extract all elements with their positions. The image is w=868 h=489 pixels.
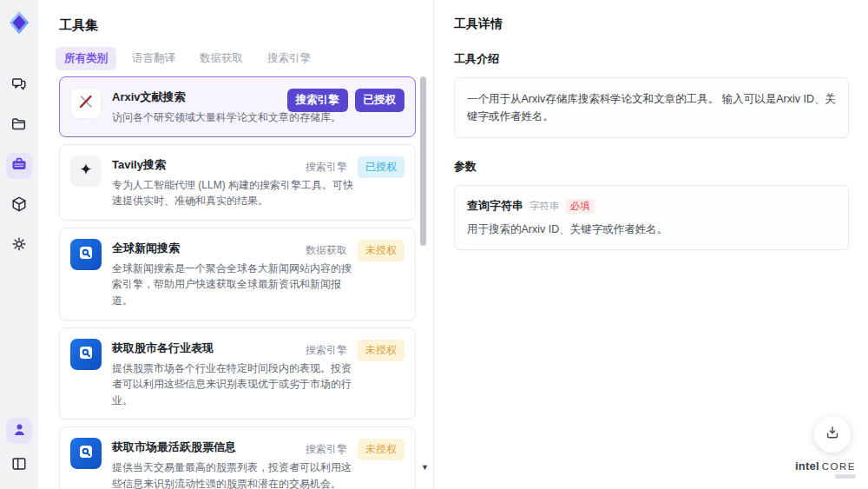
sidebar-bottom — [6, 418, 32, 479]
sidebar-nav — [6, 73, 32, 259]
sidebar — [0, 0, 38, 489]
tool-description: 提供股票市场各个行业在特定时间段内的表现。投资者可以利用这些信息来识别表现优于或… — [112, 360, 354, 409]
folder-icon — [10, 116, 28, 136]
tool-tile — [70, 239, 102, 270]
tool-description: 专为人工智能代理 (LLM) 构建的搜索引擎工具。可快速提供实时、准确和真实的结… — [112, 177, 354, 209]
param-description: 用于搜索的Arxiv ID、关键字或作者姓名。 — [467, 222, 836, 237]
intro-label: 工具介绍 — [454, 51, 849, 67]
tools-panel: 工具集 所有类别语言翻译数据获取搜索引擎 Arxiv文献搜索访问各个研究领域大量… — [38, 0, 434, 489]
tool-tile — [70, 155, 102, 187]
intel-core-logo: intel CORE — [795, 459, 856, 479]
app-logo-icon[interactable] — [5, 9, 33, 36]
params-label: 参数 — [454, 159, 849, 175]
tool-list: Arxiv文献搜索访问各个研究领域大量科学论文和文章的存储库。搜索引擎已授权Ta… — [59, 76, 416, 489]
tool-description: 提供当天交易量最高的股票列表，投资者可以利用这些信息来识别流动性强的股票和潜在的… — [112, 459, 354, 489]
status-badge: 已授权 — [358, 156, 404, 178]
panel-icon — [10, 455, 28, 476]
briefcase-icon — [10, 155, 28, 176]
search-blue-icon — [76, 243, 95, 266]
tool-card[interactable]: 获取市场最活跃股票信息提供当天交易量最高的股票列表，投资者可以利用这些信息来识别… — [59, 426, 416, 489]
tool-card[interactable]: Tavily搜索专为人工智能代理 (LLM) 构建的搜索引擎工具。可快速提供实时… — [59, 144, 416, 221]
tool-intro-text: 一个用于从Arxiv存储库搜索科学论文和文章的工具。 输入可以是Arxiv ID… — [454, 77, 849, 138]
tool-description: 全球新闻搜索是一个聚合全球各大新闻网站内容的搜索引擎，帮助用户快速获取全球最新资… — [112, 261, 354, 309]
sidebar-item-tools[interactable] — [6, 153, 32, 179]
param-type: 字符串 — [529, 200, 560, 213]
gear-icon — [10, 235, 28, 256]
category-tabs: 所有类别语言翻译数据获取搜索引擎 — [56, 47, 433, 70]
search-blue-icon — [76, 442, 95, 465]
detail-title: 工具详情 — [454, 17, 849, 32]
tool-tile — [70, 88, 102, 119]
tool-badges: 搜索引擎未授权 — [302, 340, 404, 361]
param-name: 查询字符串 — [467, 198, 523, 214]
param-head: 查询字符串字符串必填 — [467, 198, 836, 214]
tool-badges: 搜索引擎已授权 — [302, 156, 404, 178]
tool-card[interactable]: 获取股市各行业表现提供股票市场各个行业在特定时间段内的表现。投资者可以利用这些信… — [59, 327, 416, 420]
category-badge: 搜索引擎 — [287, 89, 348, 112]
tool-badges: 搜索引擎未授权 — [302, 439, 404, 460]
scroll-down-icon[interactable]: ▼ — [421, 464, 429, 472]
search-blue-icon — [76, 343, 95, 366]
tab-3[interactable]: 搜索引擎 — [259, 47, 319, 70]
tool-tile — [70, 438, 102, 469]
download-button[interactable] — [814, 416, 851, 453]
download-icon — [824, 424, 841, 445]
star-icon — [77, 161, 95, 182]
tool-tile — [70, 339, 102, 370]
param-required-badge: 必填 — [566, 199, 595, 214]
app-window: 工具集 所有类别语言翻译数据获取搜索引擎 Arxiv文献搜索访问各个研究领域大量… — [0, 0, 868, 489]
sidebar-item-chat[interactable] — [6, 73, 32, 99]
chat-icon — [10, 76, 28, 96]
category-badge: 搜索引擎 — [302, 340, 351, 361]
tool-badges: 搜索引擎已授权 — [287, 89, 405, 112]
brand-intel-text: intel — [795, 459, 819, 472]
scrollbar[interactable] — [420, 76, 426, 472]
param-list: 查询字符串字符串必填用于搜索的Arxiv ID、关键字或作者姓名。 — [454, 185, 849, 250]
category-badge: 搜索引擎 — [302, 439, 351, 460]
scrollbar-thumb[interactable] — [420, 76, 426, 246]
status-badge: 已授权 — [355, 89, 405, 112]
sidebar-item-user[interactable] — [6, 418, 32, 444]
arxiv-icon — [76, 92, 95, 115]
status-badge: 未授权 — [358, 439, 404, 460]
tab-1[interactable]: 语言翻译 — [123, 47, 184, 70]
tab-0[interactable]: 所有类别 — [56, 47, 116, 70]
param-item: 查询字符串字符串必填用于搜索的Arxiv ID、关键字或作者姓名。 — [454, 185, 849, 250]
category-badge: 数据获取 — [302, 240, 351, 261]
tool-card[interactable]: 全球新闻搜索全球新闻搜索是一个聚合全球各大新闻网站内容的搜索引擎，帮助用户快速获… — [59, 228, 416, 320]
intel-core-badge — [835, 474, 856, 479]
tab-2[interactable]: 数据获取 — [191, 47, 252, 70]
category-badge: 搜索引擎 — [302, 156, 351, 178]
tool-card[interactable]: Arxiv文献搜索访问各个研究领域大量科学论文和文章的存储库。搜索引擎已授权 — [59, 76, 416, 137]
user-icon — [11, 421, 28, 441]
status-badge: 未授权 — [358, 340, 404, 361]
sidebar-item-models[interactable] — [6, 193, 32, 219]
page-title: 工具集 — [59, 17, 433, 34]
tool-badges: 数据获取未授权 — [302, 240, 404, 261]
detail-panel: 工具详情 工具介绍 一个用于从Arxiv存储库搜索科学论文和文章的工具。 输入可… — [435, 0, 868, 489]
sidebar-item-panel[interactable] — [6, 453, 32, 479]
sidebar-item-files[interactable] — [6, 113, 32, 139]
brand-core-text: CORE — [822, 461, 856, 472]
sidebar-item-settings[interactable] — [6, 233, 32, 259]
cube-icon — [10, 195, 28, 216]
status-badge: 未授权 — [358, 240, 404, 261]
